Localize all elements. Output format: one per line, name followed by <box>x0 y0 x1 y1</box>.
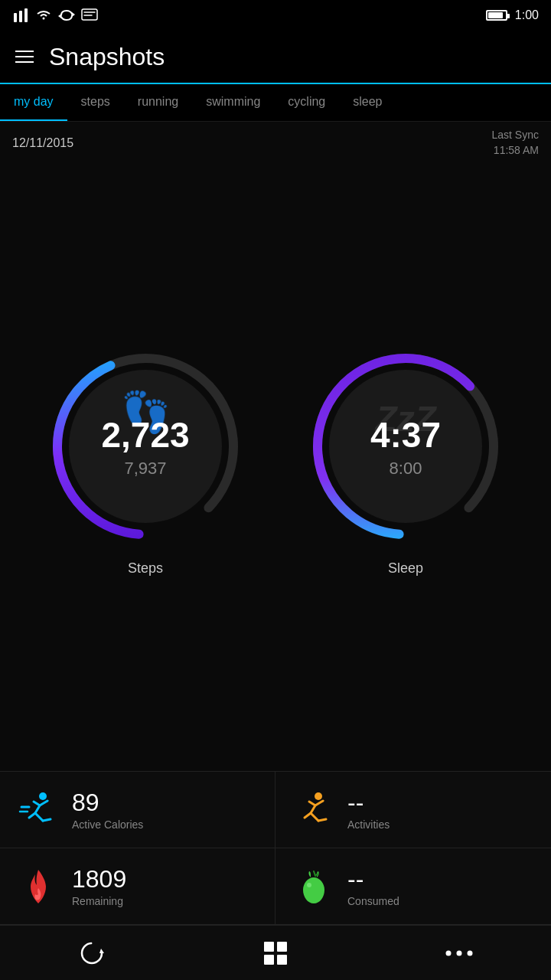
date-row: 12/11/2015 Last Sync 11:58 AM <box>0 122 551 164</box>
more-options-button[interactable] <box>436 930 482 976</box>
battery-icon <box>486 10 507 21</box>
current-date: 12/11/2015 <box>12 136 73 150</box>
activities-text: -- Activities <box>347 789 390 831</box>
svg-rect-1 <box>19 11 22 22</box>
svg-point-27 <box>457 950 462 956</box>
svg-marker-21 <box>99 949 104 953</box>
remaining-value: 1809 <box>72 865 126 893</box>
sync-time: 11:58 AM <box>494 144 539 156</box>
status-icons <box>12 7 98 24</box>
svg-rect-24 <box>264 955 274 965</box>
svg-rect-0 <box>14 13 17 22</box>
consumed-value: -- <box>347 865 399 893</box>
message-icon <box>81 8 98 22</box>
stat-remaining[interactable]: 1809 Remaining <box>0 848 276 925</box>
tab-cycling[interactable]: cycling <box>274 84 339 121</box>
status-right: 1:00 <box>486 8 539 22</box>
apple-icon <box>294 867 334 906</box>
active-calories-value: 89 <box>72 789 143 817</box>
circles-area: 👣 2,723 7,937 Steps <box>0 164 551 771</box>
svg-rect-22 <box>264 942 274 952</box>
svg-line-18 <box>314 871 315 876</box>
activities-value: -- <box>347 789 390 817</box>
main-content: my day steps running swimming cycling sl… <box>0 84 551 980</box>
active-calories-text: 89 Active Calories <box>72 789 143 831</box>
steps-gauge: 👣 2,723 7,937 Steps <box>42 343 249 577</box>
remaining-label: Remaining <box>72 895 126 907</box>
menu-button[interactable] <box>15 51 34 63</box>
svg-point-19 <box>307 883 311 887</box>
refresh-button[interactable] <box>69 930 115 976</box>
svg-rect-23 <box>277 942 287 952</box>
steps-goal: 7,937 <box>124 459 166 479</box>
sleep-label: Sleep <box>388 560 423 577</box>
remaining-text: 1809 Remaining <box>72 865 126 907</box>
stat-active-calories[interactable]: 89 Active Calories <box>0 772 276 848</box>
run-orange-icon <box>294 790 334 830</box>
grid-icon <box>262 939 289 967</box>
run-blue-icon <box>18 790 58 830</box>
steps-label: Steps <box>128 560 163 577</box>
status-time: 1:00 <box>515 8 539 22</box>
grid-view-button[interactable] <box>253 930 298 976</box>
svg-point-26 <box>446 950 452 956</box>
sleep-gauge-wrapper: ZzZ 4:37 8:00 <box>302 343 509 550</box>
wifi-icon <box>35 9 52 21</box>
tab-swimming[interactable]: swimming <box>192 84 274 121</box>
svg-point-28 <box>468 950 473 956</box>
svg-point-14 <box>39 792 47 800</box>
tab-my-day[interactable]: my day <box>0 84 67 121</box>
activities-label: Activities <box>347 818 390 831</box>
app-header: Snapshots <box>0 31 551 84</box>
steps-value: 2,723 <box>101 414 189 456</box>
sync-icon <box>58 8 75 22</box>
svg-rect-2 <box>24 8 28 22</box>
tab-sleep[interactable]: sleep <box>339 84 396 121</box>
svg-point-17 <box>315 792 322 800</box>
consumed-text: -- Consumed <box>347 865 399 907</box>
nav-tabs: my day steps running swimming cycling sl… <box>0 84 551 122</box>
svg-rect-25 <box>277 955 287 965</box>
steps-gauge-wrapper: 👣 2,723 7,937 <box>42 343 249 550</box>
more-icon <box>445 949 473 957</box>
page-title: Snapshots <box>49 43 165 71</box>
tab-steps[interactable]: steps <box>67 84 124 121</box>
consumed-label: Consumed <box>347 895 399 907</box>
stats-grid: 89 Active Calories -- Activities <box>0 771 551 925</box>
sync-label: Last Sync <box>492 129 539 141</box>
sleep-goal: 8:00 <box>390 459 422 479</box>
stat-consumed[interactable]: -- Consumed <box>276 848 551 925</box>
sleep-gauge: ZzZ 4:37 8:00 Sleep <box>302 343 509 577</box>
steps-gauge-inner: 2,723 7,937 <box>42 343 249 550</box>
status-bar: 1:00 <box>0 0 551 31</box>
sync-info: Last Sync 11:58 AM <box>492 128 539 158</box>
flame-icon <box>18 867 58 906</box>
stat-activities[interactable]: -- Activities <box>276 772 551 848</box>
svg-rect-5 <box>82 9 97 20</box>
tab-running[interactable]: running <box>124 84 192 121</box>
svg-marker-4 <box>58 14 61 18</box>
bottom-bar <box>0 925 551 980</box>
refresh-icon <box>78 939 106 967</box>
sleep-value: 4:37 <box>370 414 441 456</box>
svg-point-20 <box>82 943 102 963</box>
active-calories-label: Active Calories <box>72 818 143 831</box>
svg-marker-3 <box>72 12 75 17</box>
signal-icon <box>12 7 29 24</box>
sleep-gauge-inner: 4:37 8:00 <box>302 343 509 550</box>
